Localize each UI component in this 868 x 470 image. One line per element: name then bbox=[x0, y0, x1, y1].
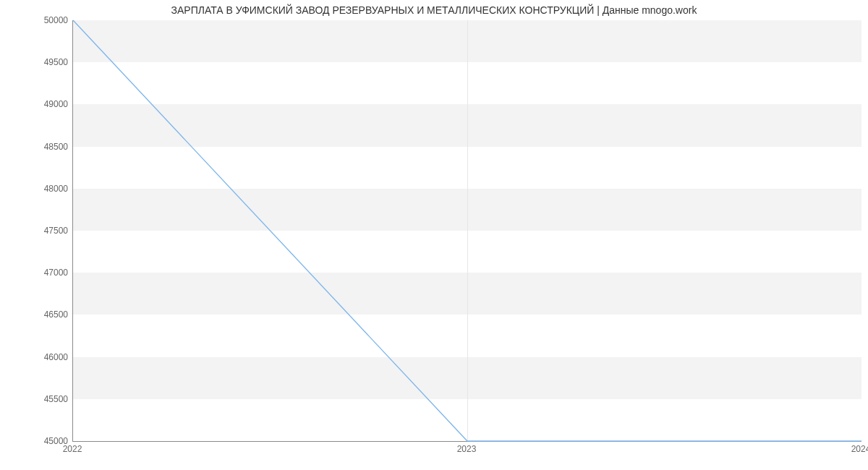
chart-title: ЗАРПЛАТА В УФИМСКИЙ ЗАВОД РЕЗЕРВУАРНЫХ И… bbox=[0, 4, 868, 16]
y-tick-label: 48500 bbox=[3, 142, 68, 152]
y-tick-label: 45000 bbox=[3, 436, 68, 446]
y-tick-label: 49500 bbox=[3, 57, 68, 67]
line-layer bbox=[73, 20, 861, 441]
y-tick-label: 49000 bbox=[3, 99, 68, 109]
x-tick-label: 2022 bbox=[63, 444, 82, 454]
series-line-salary bbox=[73, 20, 861, 441]
y-tick-label: 45500 bbox=[3, 394, 68, 404]
y-tick-label: 47500 bbox=[3, 226, 68, 236]
y-tick-label: 46000 bbox=[3, 352, 68, 362]
y-tick-label: 50000 bbox=[3, 15, 68, 25]
x-tick-label: 2024 bbox=[851, 444, 868, 454]
y-tick-label: 48000 bbox=[3, 184, 68, 194]
y-tick-label: 46500 bbox=[3, 309, 68, 320]
y-tick-label: 47000 bbox=[3, 268, 68, 278]
x-tick-label: 2023 bbox=[457, 444, 477, 454]
plot-area bbox=[72, 20, 861, 442]
chart-container: ЗАРПЛАТА В УФИМСКИЙ ЗАВОД РЕЗЕРВУАРНЫХ И… bbox=[0, 0, 868, 470]
